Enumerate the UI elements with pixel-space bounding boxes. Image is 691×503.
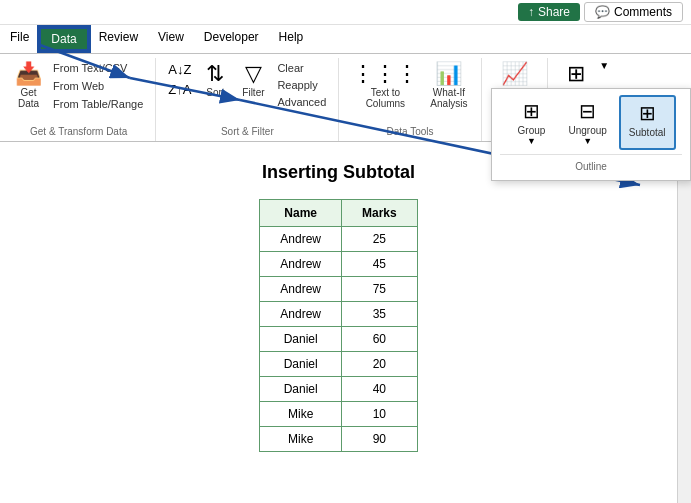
data-tools-content: ⋮⋮⋮ Text toColumns 📊 What-IfAnalysis [347,60,472,122]
group-dropdown[interactable]: ▼ [527,136,536,146]
cell-name[interactable]: Andrew [260,227,342,252]
sort-za-icon: Z↑A [168,82,191,97]
outline-icon: ⊞ [567,63,585,85]
ungroup-dropdown[interactable]: ▼ [583,136,592,146]
what-if-button[interactable]: 📊 What-IfAnalysis [425,60,472,112]
cell-marks[interactable]: 20 [342,352,418,377]
menu-file[interactable]: File [0,27,39,51]
sort-za-button[interactable]: Z↑A [164,80,195,99]
share-icon: ↑ [528,5,534,19]
sort-az-icon: A↓Z [168,62,191,77]
cell-name[interactable]: Daniel [260,352,342,377]
cell-marks[interactable]: 25 [342,227,418,252]
subtotal-icon: ⊞ [639,101,656,125]
top-bar: ↑ Share 💬 Comments [0,0,691,25]
group-content: 📥 GetData From Text/CSV From Web From Ta… [10,60,147,122]
group-icon: ⊞ [523,99,540,123]
table-row: Daniel60 [260,327,417,352]
table-row: Andrew45 [260,252,417,277]
cell-marks[interactable]: 10 [342,402,418,427]
cell-name[interactable]: Daniel [260,327,342,352]
cell-marks[interactable]: 90 [342,427,418,452]
menu-bar: File Data Review View Developer Help [0,25,691,54]
ungroup-icon: ⊟ [579,99,596,123]
group-sort-filter: A↓Z Z↑A ⇅ Sort ▽ Filter Clear [156,58,339,141]
cell-marks[interactable]: 40 [342,377,418,402]
from-web-button[interactable]: From Web [49,78,147,94]
table-row: Andrew25 [260,227,417,252]
subtotal-button[interactable]: ⊞ Subtotal [619,95,676,150]
group-label-data-tools: Data Tools [386,122,433,139]
share-label: Share [538,5,570,19]
outline-popup: ⊞ Group ▼ ⊟ Ungroup ▼ ⊞ Subtotal Outline [491,88,691,181]
reapply-button[interactable]: Reapply [273,77,330,93]
menu-view[interactable]: View [148,27,194,51]
comments-icon: 💬 [595,5,610,19]
group-button[interactable]: ⊞ Group ▼ [506,95,556,150]
scrollbar-vertical[interactable] [677,142,691,503]
cell-name[interactable]: Andrew [260,302,342,327]
menu-review[interactable]: Review [89,27,148,51]
data-table: Name Marks Andrew25Andrew45Andrew75Andre… [259,199,417,452]
cell-name[interactable]: Mike [260,427,342,452]
cell-name[interactable]: Andrew [260,252,342,277]
comments-button[interactable]: 💬 Comments [584,2,683,22]
what-if-icon: 📊 [435,63,462,85]
sort-filter-content: A↓Z Z↑A ⇅ Sort ▽ Filter Clear [164,60,330,122]
sheet-area: Inserting Subtotal Name Marks Andrew25An… [0,142,677,503]
comments-label: Comments [614,5,672,19]
sort-icon: ⇅ [206,63,224,85]
main-content: Inserting Subtotal Name Marks Andrew25An… [0,142,691,503]
from-text-button[interactable]: From Text/CSV [49,60,147,76]
cell-name[interactable]: Andrew [260,277,342,302]
table-row: Mike10 [260,402,417,427]
group-get-transform: 📥 GetData From Text/CSV From Web From Ta… [2,58,156,141]
get-data-icon: 📥 [15,63,42,85]
group-data-tools: ⋮⋮⋮ Text toColumns 📊 What-IfAnalysis Dat… [339,58,481,141]
cell-marks[interactable]: 60 [342,327,418,352]
menu-data[interactable]: Data [39,27,88,51]
menu-developer[interactable]: Developer [194,27,269,51]
forecast-icon: 📈 [501,63,528,85]
cell-name[interactable]: Daniel [260,377,342,402]
cell-marks[interactable]: 35 [342,302,418,327]
from-table-button[interactable]: From Table/Range [49,96,147,112]
col-header-name: Name [260,200,342,227]
table-row: Daniel20 [260,352,417,377]
popup-footer-label: Outline [498,159,684,174]
get-data-button[interactable]: 📥 GetData [10,60,47,112]
group-label-get-transform: Get & Transform Data [30,122,127,139]
outline-popup-buttons: ⊞ Group ▼ ⊟ Ungroup ▼ ⊞ Subtotal [498,95,684,150]
outline-dropdown-icon[interactable]: ▼ [599,60,609,71]
share-button[interactable]: ↑ Share [518,3,580,21]
sort-button[interactable]: ⇅ Sort [197,60,233,101]
popup-divider [500,154,682,155]
table-row: Daniel40 [260,377,417,402]
table-row: Andrew35 [260,302,417,327]
table-row: Andrew75 [260,277,417,302]
text-columns-icon: ⋮⋮⋮ [352,63,418,85]
ungroup-button[interactable]: ⊟ Ungroup ▼ [560,95,614,150]
cell-marks[interactable]: 75 [342,277,418,302]
col-header-marks: Marks [342,200,418,227]
sort-az-button[interactable]: A↓Z [164,60,195,79]
filter-button[interactable]: ▽ Filter [235,60,271,101]
text-to-columns-button[interactable]: ⋮⋮⋮ Text toColumns [347,60,423,112]
cell-name[interactable]: Mike [260,402,342,427]
group-label-sort-filter: Sort & Filter [221,122,274,139]
clear-button[interactable]: Clear [273,60,330,76]
menu-help[interactable]: Help [269,27,314,51]
cell-marks[interactable]: 45 [342,252,418,277]
filter-icon: ▽ [245,63,262,85]
table-row: Mike90 [260,427,417,452]
advanced-button[interactable]: Advanced [273,94,330,110]
